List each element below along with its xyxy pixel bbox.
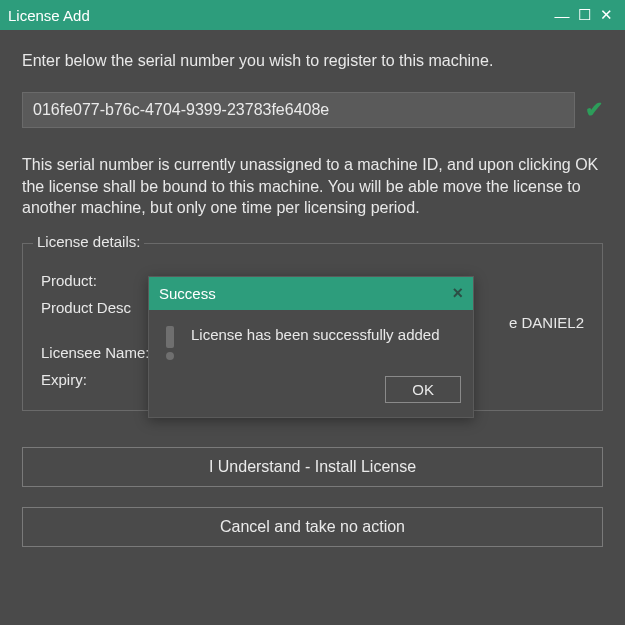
close-icon[interactable]: ✕ bbox=[595, 6, 617, 24]
modal-titlebar: Success × bbox=[149, 277, 473, 310]
serial-input[interactable] bbox=[22, 92, 575, 128]
serial-row: ✔ bbox=[22, 92, 603, 128]
modal-title-text: Success bbox=[159, 285, 452, 302]
maximize-icon[interactable]: ☐ bbox=[573, 6, 595, 24]
modal-message: License has been successfully added bbox=[191, 324, 461, 343]
titlebar: License Add — ☐ ✕ bbox=[0, 0, 625, 30]
instruction-text: Enter below the serial number you wish t… bbox=[22, 52, 603, 70]
success-modal: Success × License has been successfully … bbox=[148, 276, 474, 418]
minimize-icon[interactable]: — bbox=[551, 7, 573, 24]
modal-ok-button[interactable]: OK bbox=[385, 376, 461, 403]
explanation-text: This serial number is currently unassign… bbox=[22, 154, 603, 219]
modal-body: License has been successfully added bbox=[149, 310, 473, 368]
install-license-button[interactable]: I Understand - Install License bbox=[22, 447, 603, 487]
modal-close-icon[interactable]: × bbox=[452, 283, 463, 304]
checkmark-icon: ✔ bbox=[585, 97, 603, 123]
product-desc-trail: e DANIEL2 bbox=[509, 314, 584, 331]
window-body: Enter below the serial number you wish t… bbox=[0, 30, 625, 625]
license-details-legend: License details: bbox=[33, 233, 144, 250]
window-title: License Add bbox=[8, 7, 551, 24]
modal-footer: OK bbox=[149, 368, 473, 417]
cancel-button[interactable]: Cancel and take no action bbox=[22, 507, 603, 547]
exclamation-icon bbox=[161, 324, 179, 360]
